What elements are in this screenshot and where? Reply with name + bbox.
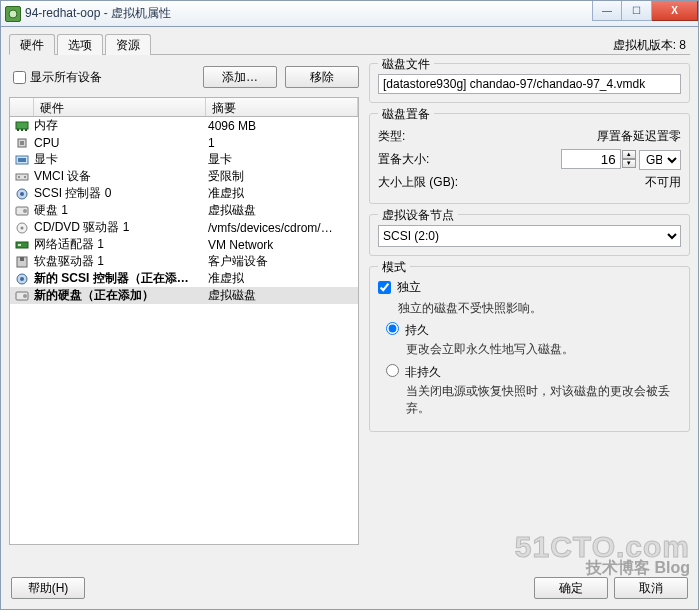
mode-nonpersistent-desc: 当关闭电源或恢复快照时，对该磁盘的更改会被丢弃。 [406,383,681,417]
close-button[interactable]: X [652,1,698,21]
mode-persistent-desc: 更改会立即永久性地写入磁盘。 [406,341,681,358]
hardware-row[interactable]: CPU1 [10,134,358,151]
svg-rect-18 [16,242,28,248]
disk-file-path[interactable] [378,74,681,94]
hardware-row[interactable]: SCSI 控制器 0准虚拟 [10,185,358,202]
help-button[interactable]: 帮助(H) [11,577,85,599]
hardware-row[interactable]: 内存4096 MB [10,117,358,134]
col-summary[interactable]: 摘要 [206,98,358,116]
col-hardware[interactable]: 硬件 [34,98,206,116]
hardware-row[interactable]: 软盘驱动器 1客户端设备 [10,253,358,270]
add-button[interactable]: 添加… [203,66,277,88]
group-mode: 模式 独立 独立的磁盘不受快照影响。 持久 更改会立即永久性地写入磁盘。 非持久… [369,266,690,432]
prov-size-unit[interactable]: GB [639,150,681,170]
ok-button[interactable]: 确定 [534,577,608,599]
prov-size-label: 置备大小: [378,151,429,168]
hardware-list-header: 硬件 摘要 [9,97,359,117]
svg-rect-3 [21,129,23,131]
spin-up-icon[interactable]: ▲ [622,150,636,159]
hardware-list[interactable]: 内存4096 MBCPU1显卡显卡VMCI 设备受限制SCSI 控制器 0准虚拟… [9,117,359,545]
spin-down-icon[interactable]: ▼ [622,159,636,168]
mem-icon [12,120,32,132]
hardware-row[interactable]: 网络适配器 1VM Network [10,236,358,253]
hardware-row[interactable]: 新的 SCSI 控制器（正在添…准虚拟 [10,270,358,287]
hardware-row[interactable]: CD/DVD 驱动器 1/vmfs/devices/cdrom/… [10,219,358,236]
svg-rect-21 [20,257,24,261]
nic-icon [12,239,32,251]
hardware-name: 新的 SCSI 控制器（正在添… [32,270,206,287]
hardware-summary: 准虚拟 [206,270,356,287]
minimize-button[interactable]: — [592,1,622,21]
mode-independent-desc: 独立的磁盘不受快照影响。 [398,300,681,317]
svg-point-15 [23,209,27,213]
window-title: 94-redhat-oop - 虚拟机属性 [25,5,592,22]
vmci-icon [12,171,32,183]
hardware-summary: /vmfs/devices/cdrom/… [206,221,356,235]
hardware-row[interactable]: 新的硬盘（正在添加）虚拟磁盘 [10,287,358,304]
hardware-summary: 受限制 [206,168,356,185]
mode-persistent-input[interactable] [386,322,399,335]
tab-resources[interactable]: 资源 [105,34,151,55]
hardware-name: 软盘驱动器 1 [32,253,206,270]
disk-icon [12,205,32,217]
hardware-row[interactable]: VMCI 设备受限制 [10,168,358,185]
group-disk-file: 磁盘文件 [369,63,690,103]
svg-rect-2 [17,129,19,131]
hardware-row[interactable]: 显卡显卡 [10,151,358,168]
vm-version-label: 虚拟机版本: 8 [613,37,686,54]
svg-point-11 [24,176,26,178]
prov-max-value: 不可用 [645,174,681,191]
mode-independent-checkbox[interactable]: 独立 [378,279,681,296]
app-icon [5,6,21,22]
remove-button[interactable]: 移除 [285,66,359,88]
svg-rect-19 [18,244,21,246]
disk-file-title: 磁盘文件 [378,56,434,73]
prov-size-input[interactable] [561,149,621,169]
tab-hardware[interactable]: 硬件 [9,34,55,55]
hardware-name: 内存 [32,117,206,134]
disk-icon [12,290,32,302]
hardware-name: 新的硬盘（正在添加） [32,287,206,304]
flop-icon [12,255,32,269]
disk-prov-title: 磁盘置备 [378,106,434,123]
mode-nonpersistent-label: 非持久 [405,364,441,381]
svg-point-17 [21,226,24,229]
titlebar: 94-redhat-oop - 虚拟机属性 — ☐ X [0,0,699,27]
prov-type-label: 类型: [378,128,405,145]
hardware-name: 网络适配器 1 [32,236,206,253]
svg-rect-9 [16,174,28,180]
hardware-name: SCSI 控制器 0 [32,185,206,202]
prov-size-spinner[interactable]: ▲▼ [561,149,636,169]
mode-persistent-radio[interactable]: 持久 [386,322,681,339]
mode-independent-input[interactable] [378,281,391,294]
hardware-summary: 虚拟磁盘 [206,202,356,219]
hardware-name: 显卡 [32,151,206,168]
dialog-content: 硬件 选项 资源 虚拟机版本: 8 显示所有设备 添加… 移除 硬件 摘要 内存… [0,27,699,610]
hardware-summary: 显卡 [206,151,356,168]
hardware-summary: 1 [206,136,356,150]
scsi-icon [12,187,32,201]
mode-nonpersistent-radio[interactable]: 非持久 [386,364,681,381]
mode-nonpersistent-input[interactable] [386,364,399,377]
svg-rect-1 [16,122,28,129]
show-all-devices-label: 显示所有设备 [30,69,102,86]
hardware-name: 硬盘 1 [32,202,206,219]
cd-icon [12,221,32,235]
group-disk-provision: 磁盘置备 类型: 厚置备延迟置零 置备大小: ▲▼ GB [369,113,690,204]
hardware-row[interactable]: 硬盘 1虚拟磁盘 [10,202,358,219]
vnode-select[interactable]: SCSI (2:0) [378,225,681,247]
maximize-button[interactable]: ☐ [622,1,652,21]
hardware-summary: 准虚拟 [206,185,356,202]
tab-options[interactable]: 选项 [57,34,103,55]
cancel-button[interactable]: 取消 [614,577,688,599]
svg-point-23 [20,277,24,281]
prov-type-value: 厚置备延迟置零 [597,128,681,145]
cpu-icon [12,136,32,150]
hardware-name: VMCI 设备 [32,168,206,185]
mode-independent-label: 独立 [397,279,421,296]
svg-point-10 [18,176,20,178]
scsi-icon [12,272,32,286]
hardware-name: CPU [32,136,206,150]
show-all-devices-input[interactable] [13,71,26,84]
show-all-devices-checkbox[interactable]: 显示所有设备 [9,69,195,86]
